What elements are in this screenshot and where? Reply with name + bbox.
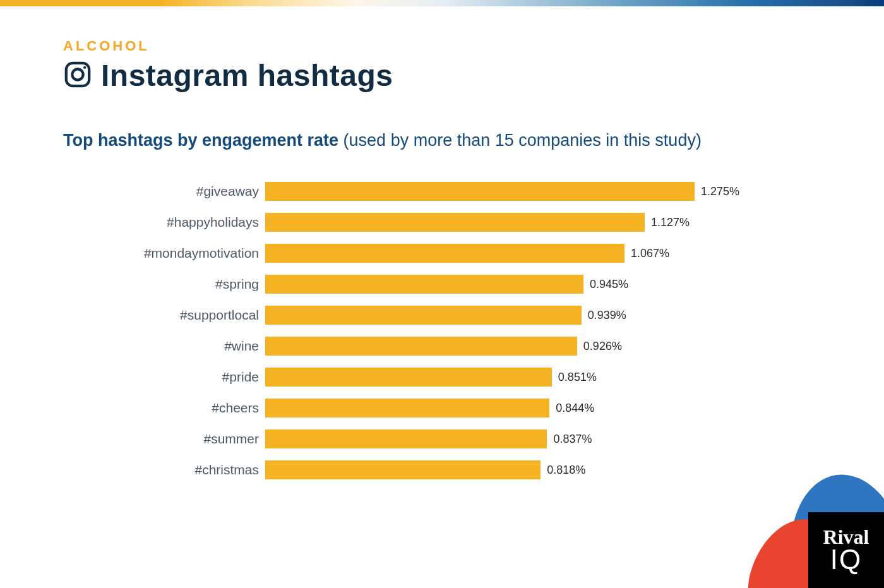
bar — [265, 213, 645, 232]
bar-wrap: 0.939% — [265, 306, 626, 325]
value-label: 0.945% — [590, 278, 628, 291]
bar-wrap: 1.067% — [265, 244, 669, 263]
chart-row: #mondaymotivation1.067% — [107, 244, 821, 263]
chart-row: #pride0.851% — [107, 368, 821, 387]
top-gradient-bar — [0, 0, 884, 6]
subtitle-light: (used by more than 15 companies in this … — [338, 131, 702, 150]
chart-subtitle: Top hashtags by engagement rate (used by… — [63, 131, 821, 150]
bar — [265, 399, 549, 417]
chart-row: #supportlocal0.939% — [107, 306, 821, 325]
bar-wrap: 1.275% — [265, 182, 739, 201]
page: ALCOHOL Instagram hashtags Top hashtags … — [0, 0, 884, 588]
eyebrow-category: ALCOHOL — [63, 38, 821, 54]
bar — [265, 368, 552, 387]
chart-row: #spring0.945% — [107, 275, 821, 294]
bar-wrap: 0.837% — [265, 429, 592, 448]
svg-point-2 — [83, 66, 86, 68]
bar — [265, 306, 582, 325]
value-label: 0.844% — [556, 402, 594, 415]
bar — [265, 182, 695, 201]
value-label: 1.067% — [631, 247, 669, 260]
hashtag-label: #christmas — [107, 462, 265, 477]
chart-row: #happyholidays1.127% — [107, 213, 821, 232]
value-label: 0.818% — [547, 464, 585, 477]
hashtag-label: #cheers — [107, 400, 265, 416]
hashtag-label: #wine — [107, 339, 265, 354]
chart-row: #wine0.926% — [107, 337, 821, 356]
bar-wrap: 0.926% — [265, 337, 622, 356]
logo-text-rival: Rival — [823, 527, 869, 547]
decorative-blob-red — [738, 508, 859, 588]
bar — [265, 275, 583, 294]
value-label: 1.127% — [651, 216, 690, 229]
bar-wrap: 1.127% — [265, 213, 690, 232]
hashtag-label: #giveaway — [107, 184, 265, 199]
hashtag-label: #pride — [107, 369, 265, 385]
instagram-icon — [63, 60, 92, 92]
hashtag-label: #spring — [107, 277, 265, 292]
chart-row: #giveaway1.275% — [107, 182, 821, 201]
svg-point-1 — [72, 69, 83, 80]
value-label: 0.926% — [583, 340, 622, 353]
decorative-blob-blue — [780, 467, 884, 588]
bar-chart: #giveaway1.275%#happyholidays1.127%#mond… — [63, 182, 821, 479]
page-title: Instagram hashtags — [101, 58, 393, 93]
svg-rect-0 — [66, 63, 89, 85]
bar — [265, 460, 541, 479]
value-label: 0.851% — [558, 371, 597, 384]
hashtag-label: #summer — [107, 431, 265, 447]
rivaliq-logo: Rival IQ — [808, 512, 884, 588]
logo-text-iq: IQ — [830, 546, 862, 573]
value-label: 0.837% — [553, 433, 592, 446]
bar — [265, 337, 577, 356]
chart-row: #cheers0.844% — [107, 399, 821, 417]
subtitle-bold: Top hashtags by engagement rate — [63, 131, 338, 150]
hashtag-label: #happyholidays — [107, 215, 265, 230]
value-label: 1.275% — [701, 185, 739, 198]
hashtag-label: #supportlocal — [107, 308, 265, 323]
title-row: Instagram hashtags — [63, 58, 821, 93]
chart-row: #christmas0.818% — [107, 460, 821, 479]
value-label: 0.939% — [588, 309, 626, 322]
bar-wrap: 0.844% — [265, 399, 594, 417]
bar — [265, 429, 547, 448]
bar-wrap: 0.818% — [265, 460, 585, 479]
chart-row: #summer0.837% — [107, 429, 821, 448]
bar-wrap: 0.851% — [265, 368, 597, 387]
hashtag-label: #mondaymotivation — [107, 246, 265, 261]
bar — [265, 244, 624, 263]
bar-wrap: 0.945% — [265, 275, 628, 294]
content: ALCOHOL Instagram hashtags Top hashtags … — [0, 6, 884, 479]
